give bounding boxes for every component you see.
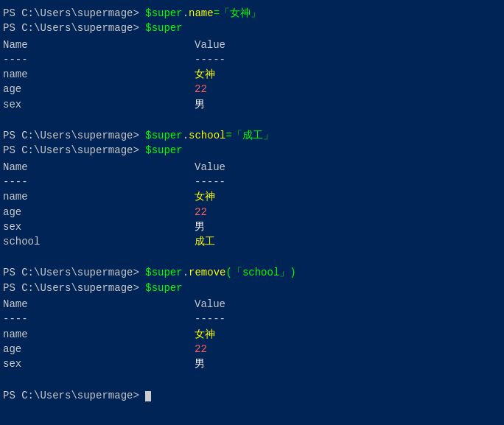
col-name-divider: ---- (3, 312, 195, 326)
col-value-divider: ----- (195, 313, 225, 325)
prompt: PS C:\Users\supermage> (3, 267, 145, 278)
method-name: school (189, 130, 225, 141)
row-value: 男 (195, 358, 205, 370)
command-line: PS C:\Users\supermage> $super (3, 281, 501, 295)
table-row: name女神 (3, 67, 501, 82)
equals-value: =「女神」 (214, 7, 261, 19)
variable: $super (145, 22, 182, 34)
table-divider-row: --------- (3, 312, 501, 326)
table-row: name女神 (3, 189, 501, 204)
row-value: 22 (195, 206, 207, 218)
table-row: age22 (3, 342, 501, 356)
table-row: name女神 (3, 327, 501, 342)
row-name: age (3, 82, 195, 96)
row-name: name (3, 327, 195, 342)
col-name-header: Name (3, 38, 195, 52)
col-value-header: Value (195, 39, 225, 51)
col-name-divider: ---- (3, 52, 195, 67)
row-name: sex (3, 219, 195, 234)
equals-value: =「成工」 (225, 130, 273, 141)
col-name-header: Name (3, 297, 195, 312)
table-row: age22 (3, 82, 501, 96)
table-header-row: NameValue (3, 38, 501, 52)
table-row: sex男 (3, 97, 501, 112)
col-value-divider: ----- (195, 176, 225, 188)
row-value: 男 (195, 221, 205, 233)
blank-line (3, 250, 501, 265)
table-row: age22 (3, 205, 501, 219)
prompt: PS C:\Users\supermage> (3, 7, 145, 19)
row-name: sex (3, 97, 195, 112)
dot: . (183, 7, 189, 19)
table-row: sex男 (3, 219, 501, 234)
method-name: name (189, 7, 214, 19)
table-divider-row: --------- (3, 175, 501, 189)
row-value: 男 (195, 99, 205, 110)
table-divider-row: --------- (3, 52, 501, 67)
terminal-output: PS C:\Users\supermage> $super.name=「女神」P… (3, 6, 501, 403)
row-value: 女神 (195, 191, 215, 203)
cursor (145, 391, 151, 401)
row-value: 成工 (195, 236, 215, 247)
table-header-row: NameValue (3, 297, 501, 312)
variable-prefix: $super (145, 130, 182, 141)
table: NameValue---------name女神age22sex男 (3, 38, 501, 112)
table-row: sex男 (3, 356, 501, 371)
table: NameValue---------name女神age22sex男school成… (3, 160, 501, 250)
final-prompt-line: PS C:\Users\supermage> (3, 388, 501, 403)
row-value: 22 (195, 343, 207, 355)
blank-line (3, 373, 501, 388)
command-line: PS C:\Users\supermage> $super.school=「成工… (3, 128, 501, 143)
row-name: school (3, 234, 195, 249)
col-value-header: Value (195, 161, 225, 173)
equals-value: (「school」) (225, 267, 295, 278)
blank-line (3, 113, 501, 128)
row-name: name (3, 67, 195, 82)
table-row: school成工 (3, 234, 501, 249)
prompt: PS C:\Users\supermage> (3, 282, 145, 294)
command-line: PS C:\Users\supermage> $super.name=「女神」 (3, 6, 501, 21)
row-name: sex (3, 356, 195, 371)
final-prompt: PS C:\Users\supermage> (3, 390, 145, 401)
row-name: age (3, 205, 195, 219)
table: NameValue---------name女神age22sex男 (3, 297, 501, 371)
variable: $super (145, 144, 182, 156)
prompt: PS C:\Users\supermage> (3, 130, 145, 141)
col-name-divider: ---- (3, 175, 195, 189)
col-value-divider: ----- (195, 54, 225, 66)
method-name: remove (189, 267, 225, 278)
command-line: PS C:\Users\supermage> $super (3, 21, 501, 35)
dot: . (183, 130, 189, 141)
command-line: PS C:\Users\supermage> $super (3, 143, 501, 158)
row-name: age (3, 342, 195, 356)
dot: . (183, 267, 189, 278)
col-value-header: Value (195, 298, 225, 310)
row-value: 女神 (195, 69, 215, 80)
row-value: 22 (195, 83, 207, 95)
row-value: 女神 (195, 329, 215, 340)
command-line: PS C:\Users\supermage> $super.remove(「sc… (3, 265, 501, 280)
row-name: name (3, 189, 195, 204)
table-header-row: NameValue (3, 160, 501, 175)
prompt: PS C:\Users\supermage> (3, 144, 145, 156)
variable-prefix: $super (145, 267, 182, 278)
prompt: PS C:\Users\supermage> (3, 22, 145, 34)
variable: $super (145, 282, 182, 294)
variable-prefix: $super (145, 7, 182, 19)
col-name-header: Name (3, 160, 195, 175)
